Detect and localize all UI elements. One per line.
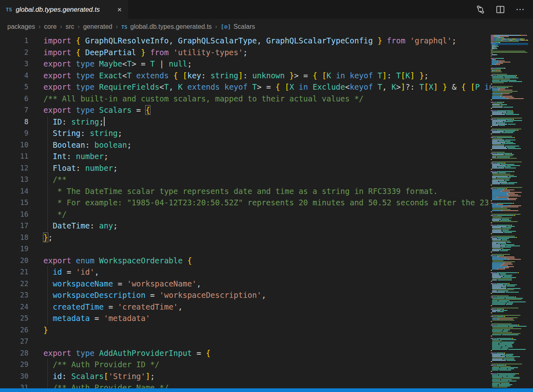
code-line[interactable]: 30 id: Scalars['String']; xyxy=(0,370,491,382)
code-line[interactable]: 31 /** Auth Provider Name */ xyxy=(0,382,491,388)
breadcrumb-separator-icon: › xyxy=(215,23,217,30)
minimap[interactable] xyxy=(491,35,528,388)
code-line[interactable]: 2import { DeepPartial } from 'utility-ty… xyxy=(0,47,491,58)
minimap-current-line-band xyxy=(491,43,528,45)
text-cursor xyxy=(104,117,105,126)
line-number: 24 xyxy=(0,301,28,313)
breadcrumb: packages›core›src›generated›TSglobal.db.… xyxy=(0,19,533,35)
code-line[interactable]: 15 * For example: "1985-04-12T23:20:50.5… xyxy=(0,197,491,209)
code-line[interactable]: 21 id = 'id', xyxy=(0,266,491,278)
breadcrumb-item-core[interactable]: core xyxy=(44,23,57,30)
code-line[interactable]: 19 xyxy=(0,243,491,255)
line-number: 8 xyxy=(0,116,28,128)
line-number: 14 xyxy=(0,185,28,197)
breadcrumb-separator-icon: › xyxy=(77,23,80,30)
code-editor[interactable]: 1import { GraphQLResolveInfo, GraphQLSca… xyxy=(0,35,533,388)
line-number: 6 xyxy=(0,93,28,105)
breadcrumb-item-packages[interactable]: packages xyxy=(7,23,35,30)
breadcrumb-item-global-db-types-generated-ts[interactable]: TSglobal.db.types.generated.ts xyxy=(121,23,212,30)
code-line[interactable]: 5export type RequireFields<T, K extends … xyxy=(0,81,491,93)
line-number: 16 xyxy=(0,209,28,220)
code-line[interactable]: 24 createdTime = 'createdTime', xyxy=(0,301,491,313)
line-number: 17 xyxy=(0,220,28,232)
code-line[interactable]: 11 Int: number; xyxy=(0,151,491,162)
code-line[interactable]: 14 * The DateTime scalar type represents… xyxy=(0,185,491,197)
line-number: 12 xyxy=(0,162,28,174)
line-number: 30 xyxy=(0,370,28,382)
code-line[interactable]: 12 Float: number; xyxy=(0,162,491,174)
code-line[interactable]: 26} xyxy=(0,324,491,336)
more-actions-icon[interactable]: ⋯ xyxy=(516,7,525,11)
close-tab-icon[interactable]: × xyxy=(116,5,123,14)
breadcrumb-item-scalars[interactable]: [⊘]Scalars xyxy=(221,23,255,30)
line-number: 1 xyxy=(0,35,28,47)
overview-ruler[interactable] xyxy=(528,35,533,388)
breadcrumb-item-src[interactable]: src xyxy=(66,23,74,30)
symbol-icon: [⊘] xyxy=(221,24,231,30)
status-bar[interactable] xyxy=(0,388,533,392)
split-editor-icon[interactable] xyxy=(496,5,505,14)
line-number: 9 xyxy=(0,127,28,139)
line-number: 19 xyxy=(0,243,28,255)
vscode-window: TS global.db.types.generated.ts × xyxy=(0,0,533,392)
code-line[interactable]: 4export type Exact<T extends { [key: str… xyxy=(0,70,491,82)
line-number: 21 xyxy=(0,266,28,278)
line-number: 22 xyxy=(0,278,28,290)
line-number: 10 xyxy=(0,139,28,151)
line-number: 11 xyxy=(0,151,28,162)
line-number: 27 xyxy=(0,336,28,347)
code-line[interactable]: 28export type AddAuthProviderInput = { xyxy=(0,347,491,359)
typescript-file-icon: TS xyxy=(6,6,12,13)
tab-filename: global.db.types.generated.ts xyxy=(16,6,112,13)
code-line[interactable]: 9 String: string; xyxy=(0,127,491,139)
code-line[interactable]: 6/** All built-in and custom scalars, ma… xyxy=(0,93,491,105)
line-number: 28 xyxy=(0,347,28,359)
code-line[interactable]: 1import { GraphQLResolveInfo, GraphQLSca… xyxy=(0,35,491,47)
typescript-file-icon: TS xyxy=(121,24,127,30)
line-number: 23 xyxy=(0,289,28,301)
code-line[interactable]: 8 ID: string; xyxy=(0,116,491,128)
breadcrumb-separator-icon: › xyxy=(60,23,62,30)
line-number: 3 xyxy=(0,58,28,70)
line-number: 26 xyxy=(0,324,28,336)
open-changes-icon[interactable] xyxy=(476,5,485,14)
line-number: 25 xyxy=(0,312,28,324)
line-number: 18 xyxy=(0,232,28,243)
code-line[interactable]: 20export enum WorkspaceOrderable { xyxy=(0,255,491,267)
breadcrumb-separator-icon: › xyxy=(116,23,118,30)
code-lines: 1import { GraphQLResolveInfo, GraphQLSca… xyxy=(0,35,491,388)
code-line[interactable]: 29 /** Auth Provider ID */ xyxy=(0,359,491,370)
code-line[interactable]: 16 */ xyxy=(0,209,491,220)
line-number: 20 xyxy=(0,255,28,267)
line-number: 4 xyxy=(0,70,28,82)
line-number: 7 xyxy=(0,104,28,116)
code-line[interactable]: 7export type Scalars = { xyxy=(0,104,491,116)
editor-actions: ⋯ xyxy=(476,0,533,19)
code-line[interactable]: 17 DateTime: any; xyxy=(0,220,491,232)
tab-bar: TS global.db.types.generated.ts × xyxy=(0,0,533,19)
code-line[interactable]: 18}; xyxy=(0,232,491,243)
line-number: 31 xyxy=(0,382,28,388)
breadcrumb-item-generated[interactable]: generated xyxy=(83,23,112,30)
line-number: 29 xyxy=(0,359,28,370)
code-line[interactable]: 10 Boolean: boolean; xyxy=(0,139,491,151)
breadcrumb-separator-icon: › xyxy=(39,23,41,30)
code-line[interactable]: 25 metadata = 'metadata' xyxy=(0,312,491,324)
code-line[interactable]: 27 xyxy=(0,336,491,347)
code-line[interactable]: 22 workspaceName = 'workspaceName', xyxy=(0,278,491,290)
editor-tab[interactable]: TS global.db.types.generated.ts × xyxy=(0,0,128,19)
code-line[interactable]: 23 workspaceDescription = 'workspaceDesc… xyxy=(0,289,491,301)
code-line[interactable]: 13 /** xyxy=(0,174,491,185)
line-number: 5 xyxy=(0,81,28,93)
line-number: 13 xyxy=(0,174,28,185)
line-number: 2 xyxy=(0,47,28,58)
code-line[interactable]: 3export type Maybe<T> = T | null; xyxy=(0,58,491,70)
line-number: 15 xyxy=(0,197,28,209)
